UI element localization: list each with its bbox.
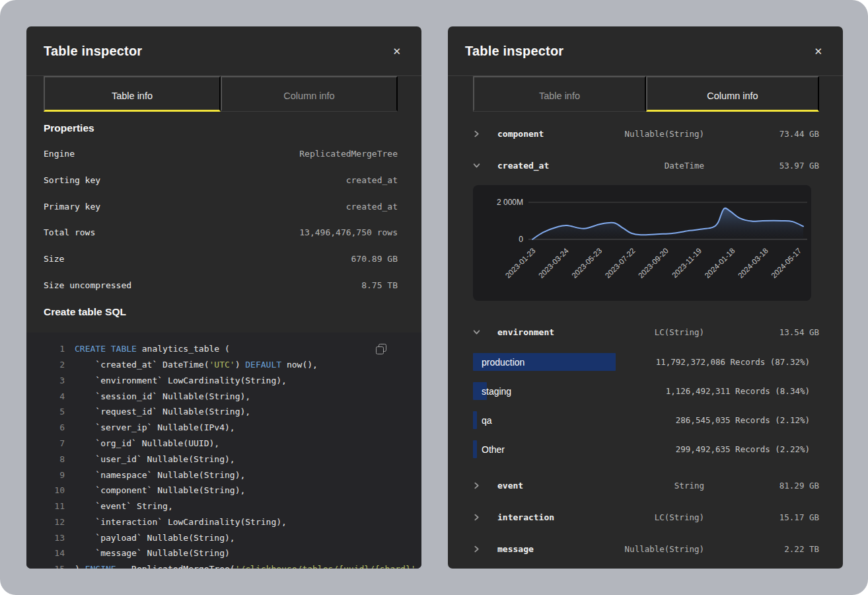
x-tick-label: 2023-11-19: [670, 247, 703, 279]
column-name: created_at: [497, 161, 603, 171]
property-value: ReplicatedMergeTree: [299, 149, 398, 159]
tab-column-info[interactable]: Column info: [646, 76, 819, 112]
sql-code-line: 14 `message` Nullable(String): [26, 545, 421, 561]
column-name: message: [497, 544, 603, 554]
column-type: Nullable(String): [603, 544, 704, 554]
property-label: Size: [44, 254, 64, 264]
x-tick-label: 2024-03-18: [737, 247, 770, 280]
property-value: 8.75 TB: [361, 280, 398, 290]
value-bar: [473, 440, 477, 458]
column-type: String: [603, 481, 704, 491]
column-size: 15.17 GB: [704, 512, 819, 522]
x-tick-label: 2024-05-17: [770, 247, 803, 280]
column-row-created-at[interactable]: created_at DateTime 53.97 GB: [473, 149, 819, 181]
property-label: Primary key: [44, 202, 100, 212]
sql-code-block: 1CREATE TABLE analytics_table (2 `create…: [26, 333, 421, 569]
property-value: created_at: [346, 175, 398, 185]
table-inspector-dialog-right: Table inspector ✕ Table info Column info…: [448, 26, 843, 569]
close-button[interactable]: ✕: [811, 44, 825, 59]
tab-bar: Table info Column info: [473, 76, 819, 112]
column-row-component[interactable]: component Nullable(String) 73.44 GB: [473, 118, 819, 149]
column-name: environment: [497, 327, 603, 337]
sql-code-line: 12 `interaction` LowCardinality(String),: [26, 514, 421, 530]
dialog-header: Table inspector ✕: [26, 26, 421, 76]
value-row: qa 286,545,035 Records (2.12%): [473, 406, 819, 435]
property-row: Sorting key created_at: [44, 167, 398, 194]
sql-code-line: 1CREATE TABLE analytics_table (: [26, 341, 421, 357]
column-name: interaction: [497, 512, 603, 522]
value-records: 299,492,635 Records (2.22%): [676, 435, 810, 463]
created-at-distribution-chart: 2 000M02023-01-232023-03-242023-05-23202…: [473, 185, 811, 301]
column-name: event: [497, 481, 603, 491]
y-tick-label: 0: [519, 235, 523, 244]
property-row: Engine ReplicatedMergeTree: [44, 141, 398, 167]
create-table-sql-heading: Create table SQL: [44, 303, 398, 321]
tab-table-info[interactable]: Table info: [44, 76, 221, 112]
sql-code-line: 9 `namespace` Nullable(String),: [26, 467, 421, 483]
column-row-interaction[interactable]: interaction LC(String) 15.17 GB: [473, 501, 819, 533]
area-chart-svg: 2 000M02023-01-232023-03-242023-05-23202…: [473, 185, 811, 301]
value-records: 286,545,035 Records (2.12%): [676, 406, 810, 434]
property-label: Engine: [44, 149, 75, 159]
sql-code-line: 8 `user_id` Nullable(String),: [26, 452, 421, 467]
sql-code-line: 10 `component` Nullable(String),: [26, 483, 421, 498]
sql-code: 1CREATE TABLE analytics_table (2 `create…: [26, 341, 421, 569]
chevron-right-icon: [473, 545, 480, 553]
sql-code-line: 7 `org_id` Nullable(UUID),: [26, 436, 421, 452]
properties-heading: Properties: [44, 120, 398, 137]
column-size: 2.22 TB: [704, 544, 819, 554]
chevron-right-icon: [473, 482, 480, 489]
column-row-environment[interactable]: environment LC(String) 13.54 GB: [473, 316, 819, 348]
column-type: LC(String): [603, 512, 704, 522]
sql-code-line: 13 `payload` Nullable(String),: [26, 530, 421, 546]
property-label: Size uncompressed: [44, 280, 131, 290]
dialog-header: Table inspector ✕: [448, 26, 843, 76]
value-bar: [473, 411, 477, 429]
sql-code-line: 15) ENGINE = ReplicatedMergeTree('/click…: [26, 561, 421, 569]
column-size: 73.44 GB: [704, 129, 819, 139]
sql-code-line: 2 `created_at` DateTime('UTC') DEFAULT n…: [26, 357, 421, 373]
tab-table-info[interactable]: Table info: [473, 76, 646, 112]
sql-code-line: 3 `environment` LowCardinality(String),: [26, 373, 421, 389]
tab-column-info[interactable]: Column info: [221, 76, 398, 112]
chevron-right-icon: [473, 130, 480, 138]
copy-icon[interactable]: [374, 342, 388, 356]
x-tick-label: 2024-01-18: [704, 247, 737, 280]
column-info-content: component Nullable(String) 73.44 GB crea…: [448, 112, 843, 565]
column-row-event[interactable]: event String 81.29 GB: [473, 469, 819, 501]
property-row: Size 670.89 GB: [44, 246, 398, 272]
value-row: staging 1,126,492,311 Records (8.34%): [473, 377, 819, 406]
value-records: 11,792,372,086 Records (87.32%): [656, 348, 810, 376]
property-row: Primary key created_at: [44, 193, 398, 219]
value-label: production: [482, 348, 524, 376]
dialog-title: Table inspector: [465, 44, 563, 59]
chevron-right-icon: [473, 514, 480, 521]
x-tick-label: 2023-09-20: [637, 247, 670, 280]
sql-code-line: 11 `event` String,: [26, 498, 421, 514]
column-row-message[interactable]: message Nullable(String) 2.22 TB: [473, 533, 819, 565]
table-inspector-dialog-left: Table inspector ✕ Table info Column info…: [26, 26, 421, 569]
value-label: staging: [482, 377, 511, 405]
value-label: Other: [482, 435, 505, 463]
property-row: Total rows 13,496,476,750 rows: [44, 219, 398, 246]
close-button[interactable]: ✕: [390, 44, 404, 59]
column-name: component: [497, 129, 603, 139]
sql-code-line: 5 `request_id` Nullable(String),: [26, 404, 421, 420]
x-tick-label: 2023-01-23: [504, 247, 537, 280]
chevron-down-icon: [473, 329, 480, 336]
value-row: Other 299,492,635 Records (2.22%): [473, 435, 819, 464]
table-info-content: Properties Engine ReplicatedMergeTree So…: [26, 120, 421, 569]
value-records: 1,126,492,311 Records (8.34%): [666, 377, 810, 405]
value-label: qa: [482, 406, 492, 434]
column-size: 81.29 GB: [704, 481, 819, 491]
x-tick-label: 2023-03-24: [537, 247, 571, 280]
y-tick-label: 2 000M: [497, 198, 523, 207]
column-type: Nullable(String): [603, 129, 704, 139]
sql-code-line: 6 `server_ip` Nullable(IPv4),: [26, 420, 421, 436]
page-background: Table inspector ✕ Table info Column info…: [0, 0, 868, 595]
column-type: DateTime: [603, 161, 704, 171]
x-tick-label: 2023-05-23: [570, 247, 603, 280]
sql-code-line: 4 `session_id` Nullable(String),: [26, 389, 421, 405]
column-type: LC(String): [603, 327, 704, 337]
property-label: Sorting key: [44, 175, 100, 185]
